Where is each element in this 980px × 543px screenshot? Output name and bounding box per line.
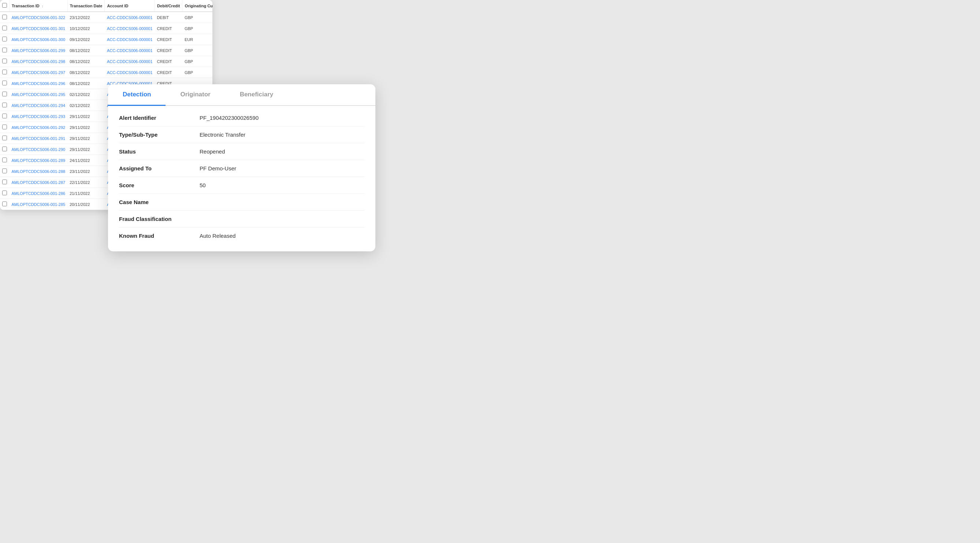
transaction-date-cell: 02/12/2022: [67, 100, 105, 111]
transaction-date-cell: 23/12/2022: [67, 12, 105, 23]
detail-row: Fraud Classification: [119, 211, 364, 228]
row-checkbox[interactable]: [2, 92, 7, 96]
transaction-id-cell[interactable]: AMLOPTCDDCS006-001-295: [10, 89, 68, 100]
col-transaction-date[interactable]: Transaction Date: [67, 0, 105, 12]
transaction-id-cell[interactable]: AMLOPTCDDCS006-001-285: [10, 199, 68, 210]
detail-label: Score: [119, 182, 200, 188]
transaction-id-cell[interactable]: AMLOPTCDDCS006-001-289: [10, 155, 68, 166]
row-checkbox-cell: [0, 23, 10, 34]
transaction-id-cell[interactable]: AMLOPTCDDCS006-001-296: [10, 78, 68, 89]
account-id-cell[interactable]: ACC-CDDCS006-000001: [105, 12, 155, 23]
row-checkbox-cell: [0, 34, 10, 45]
row-checkbox-cell: [0, 67, 10, 78]
detail-label: Case Name: [119, 199, 200, 205]
transaction-id-cell[interactable]: AMLOPTCDDCS006-001-322: [10, 12, 68, 23]
transaction-date-cell: 24/11/2022: [67, 155, 105, 166]
detail-row: Known FraudAuto Released: [119, 228, 364, 244]
transaction-id-cell[interactable]: AMLOPTCDDCS006-001-290: [10, 144, 68, 155]
row-checkbox[interactable]: [2, 25, 7, 30]
row-checkbox[interactable]: [2, 59, 7, 64]
transaction-date-cell: 09/12/2022: [67, 34, 105, 45]
row-checkbox[interactable]: [2, 202, 7, 206]
detail-row: StatusReopened: [119, 143, 364, 160]
transaction-date-cell: 08/12/2022: [67, 45, 105, 56]
transaction-id-cell[interactable]: AMLOPTCDDCS006-001-300: [10, 34, 68, 45]
row-checkbox[interactable]: [2, 158, 7, 162]
transaction-date-cell: 21/11/2022: [67, 188, 105, 199]
transaction-date-cell: 10/12/2022: [67, 23, 105, 34]
debit-credit-cell: CREDIT: [155, 45, 182, 56]
tab-originator[interactable]: Originator: [165, 84, 225, 106]
col-debit-credit[interactable]: Debit/Credit: [155, 0, 182, 12]
transaction-id-cell[interactable]: AMLOPTCDDCS006-001-298: [10, 56, 68, 67]
detail-label: Type/Sub-Type: [119, 132, 200, 138]
sort-icon: ↕: [42, 5, 44, 8]
transaction-id-cell[interactable]: AMLOPTCDDCS006-001-297: [10, 67, 68, 78]
originating-currency-cell: EUR: [182, 34, 212, 45]
row-checkbox-cell: [0, 188, 10, 199]
originating-currency-cell: GBP: [182, 67, 212, 78]
detail-tabs: Detection Originator Beneficiary: [108, 84, 375, 106]
table-row: AMLOPTCDDCS006-001-29908/12/2022ACC-CDDC…: [0, 45, 212, 56]
row-checkbox-cell: [0, 199, 10, 210]
select-all-checkbox[interactable]: [2, 3, 7, 8]
row-checkbox-cell: [0, 12, 10, 23]
detail-label: Assigned To: [119, 165, 200, 172]
row-checkbox[interactable]: [2, 135, 7, 140]
table-row: AMLOPTCDDCS006-001-30009/12/2022ACC-CDDC…: [0, 34, 212, 45]
transaction-id-cell[interactable]: AMLOPTCDDCS006-001-288: [10, 166, 68, 177]
transaction-id-cell[interactable]: AMLOPTCDDCS006-001-291: [10, 133, 68, 144]
row-checkbox-cell: [0, 89, 10, 100]
detail-label: Fraud Classification: [119, 216, 200, 222]
account-id-cell[interactable]: ACC-CDDCS006-000001: [105, 34, 155, 45]
row-checkbox[interactable]: [2, 180, 7, 184]
row-checkbox[interactable]: [2, 15, 7, 19]
originating-currency-cell: GBP: [182, 56, 212, 67]
debit-credit-cell: CREDIT: [155, 56, 182, 67]
row-checkbox[interactable]: [2, 48, 7, 53]
detail-row: Type/Sub-TypeElectronic Transfer: [119, 126, 364, 143]
transaction-id-cell[interactable]: AMLOPTCDDCS006-001-292: [10, 122, 68, 133]
row-checkbox-cell: [0, 122, 10, 133]
tab-beneficiary[interactable]: Beneficiary: [225, 84, 288, 106]
row-checkbox[interactable]: [2, 124, 7, 129]
transaction-date-cell: 22/11/2022: [67, 177, 105, 188]
detail-label: Known Fraud: [119, 232, 200, 239]
detail-value: 50: [200, 182, 206, 188]
col-account-id[interactable]: Account ID: [105, 0, 155, 12]
row-checkbox[interactable]: [2, 169, 7, 173]
row-checkbox[interactable]: [2, 103, 7, 107]
transaction-id-cell[interactable]: AMLOPTCDDCS006-001-286: [10, 188, 68, 199]
row-checkbox[interactable]: [2, 81, 7, 85]
row-checkbox-cell: [0, 111, 10, 122]
transaction-date-cell: 29/11/2022: [67, 144, 105, 155]
transaction-date-cell: 29/11/2022: [67, 111, 105, 122]
originating-currency-cell: GBP: [182, 45, 212, 56]
originating-currency-cell: GBP: [182, 12, 212, 23]
row-checkbox[interactable]: [2, 37, 7, 41]
transaction-id-cell[interactable]: AMLOPTCDDCS006-001-287: [10, 177, 68, 188]
row-checkbox[interactable]: [2, 191, 7, 195]
transaction-date-cell: 23/11/2022: [67, 166, 105, 177]
transaction-date-cell: 20/11/2022: [67, 199, 105, 210]
transaction-id-cell[interactable]: AMLOPTCDDCS006-001-293: [10, 111, 68, 122]
detail-value: Reopened: [200, 148, 225, 154]
row-checkbox-cell: [0, 45, 10, 56]
col-transaction-id[interactable]: Transaction ID ↕: [10, 0, 68, 12]
detail-content: Alert IdentifierPF_1904202300026590Type/…: [108, 106, 375, 252]
account-id-cell[interactable]: ACC-CDDCS006-000001: [105, 45, 155, 56]
account-id-cell[interactable]: ACC-CDDCS006-000001: [105, 23, 155, 34]
account-id-cell[interactable]: ACC-CDDCS006-000001: [105, 56, 155, 67]
transaction-id-cell[interactable]: AMLOPTCDDCS006-001-299: [10, 45, 68, 56]
transaction-date-cell: 08/12/2022: [67, 67, 105, 78]
transaction-id-cell[interactable]: AMLOPTCDDCS006-001-301: [10, 23, 68, 34]
row-checkbox[interactable]: [2, 113, 7, 118]
row-checkbox[interactable]: [2, 146, 7, 151]
row-checkbox[interactable]: [2, 70, 7, 74]
tab-detection[interactable]: Detection: [108, 84, 165, 106]
row-checkbox-cell: [0, 166, 10, 177]
account-id-cell[interactable]: ACC-CDDCS006-000001: [105, 67, 155, 78]
transaction-id-cell[interactable]: AMLOPTCDDCS006-001-294: [10, 100, 68, 111]
col-originating-currency[interactable]: Originating Currency: [182, 0, 212, 12]
table-header-row: Transaction ID ↕ Transaction Date Accoun…: [0, 0, 212, 12]
